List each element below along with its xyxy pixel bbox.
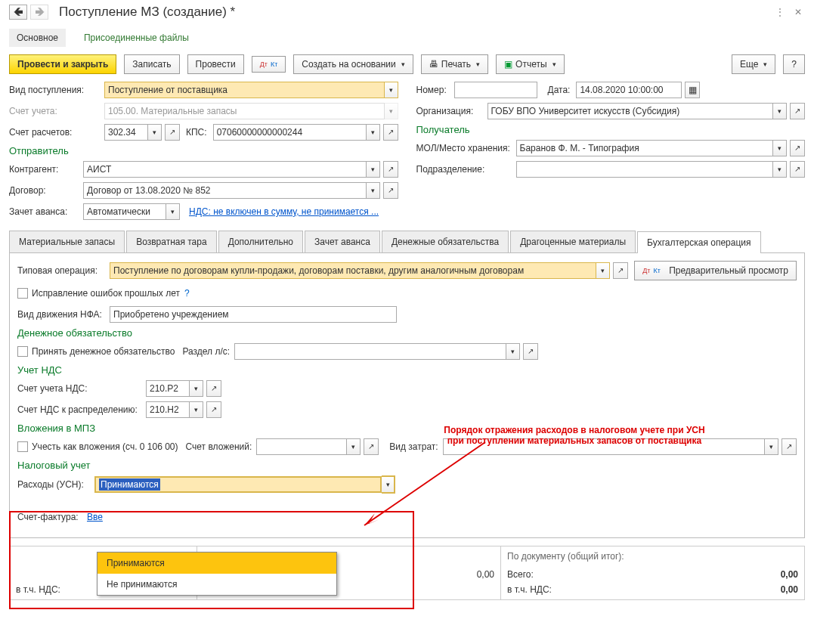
kps-dropdown[interactable]: ▾ [367, 124, 380, 141]
contragent-field[interactable]: АИСТ [83, 161, 367, 178]
reports-button[interactable]: ▣Отчеты [496, 54, 564, 74]
dep-label: Подразделение: [416, 164, 516, 175]
advance-field[interactable]: Автоматически [83, 203, 166, 220]
tab-monoblig[interactable]: Денежные обязательства [382, 231, 509, 252]
preview-button[interactable]: ДтКт Предварительный просмотр [634, 261, 797, 280]
dep-open[interactable]: ↗ [790, 161, 805, 178]
vat-dist-field[interactable]: 210.Н2 [146, 401, 190, 418]
post-close-button[interactable]: Провести и закрыть [9, 54, 116, 74]
accept-checkbox[interactable] [17, 346, 28, 357]
kps-open[interactable]: ↗ [383, 124, 398, 141]
vat-dist-dropdown[interactable]: ▾ [190, 401, 203, 418]
print-button[interactable]: 🖶Печать [421, 54, 488, 74]
contragent-dropdown[interactable]: ▾ [367, 161, 380, 178]
type-dropdown[interactable]: ▾ [385, 82, 398, 98]
mpz-acc-label: Счет вложений: [186, 441, 252, 452]
mol-field[interactable]: Баранов Ф. М. - Типография [516, 140, 774, 156]
mpz-acc-field[interactable] [256, 438, 347, 455]
acc-dropdown: ▾ [385, 103, 398, 119]
exp-field[interactable]: Принимаются [94, 476, 382, 493]
fix-checkbox[interactable] [17, 288, 28, 299]
dd-opt-not-accepted[interactable]: Не принимаются [97, 574, 336, 595]
create-based-button[interactable]: Создать на основании [293, 54, 413, 74]
tot3-total: 0,00 [781, 569, 798, 580]
exp-dropdown-list: Принимаются Не принимаются [97, 552, 337, 596]
tab-extra[interactable]: Дополнительно [218, 231, 303, 252]
help-icon[interactable]: ? [184, 288, 190, 299]
vat-dist-open[interactable]: ↗ [206, 401, 221, 418]
settle-open[interactable]: ↗ [165, 124, 180, 141]
typop-dropdown[interactable]: ▾ [596, 262, 610, 279]
contract-field[interactable]: Договор от 13.08.2020 № 852 [83, 182, 367, 199]
typop-label: Типовая операция: [17, 265, 110, 276]
close-icon[interactable]: ✕ [791, 5, 805, 19]
type-field[interactable]: Поступление от поставщика [104, 82, 385, 98]
printer-icon: 🖶 [429, 59, 438, 70]
kps-label: КПС: [186, 127, 207, 138]
section-field[interactable] [234, 343, 506, 360]
tot-h3: По документу (общий итог): [507, 551, 798, 562]
dd-opt-accepted[interactable]: Принимаются [97, 553, 336, 574]
window-title: Поступление МЗ (создание) * [59, 5, 235, 20]
tab-tara[interactable]: Возвратная тара [126, 231, 217, 252]
tab-advance[interactable]: Зачет аванса [305, 231, 380, 252]
mpz-checkbox[interactable] [17, 441, 28, 452]
mpz-type-open[interactable]: ↗ [782, 438, 797, 455]
typop-field[interactable]: Поступление по договорам купли-продажи, … [110, 262, 596, 279]
advance-dropdown[interactable]: ▾ [166, 203, 180, 220]
settle-dropdown[interactable]: ▾ [148, 124, 162, 141]
section-open[interactable]: ↗ [523, 343, 538, 360]
org-field[interactable]: ГОБУ ВПО Университет искусств (Субсидия) [487, 103, 774, 119]
svg-line-0 [364, 442, 485, 525]
nfa-field[interactable]: Приобретено учреждением [110, 306, 397, 323]
org-open[interactable]: ↗ [790, 103, 805, 119]
post-button[interactable]: Провести [187, 54, 244, 74]
tot3-vat: 0,00 [781, 584, 798, 595]
back-button[interactable]: 🡸 [9, 5, 27, 20]
mpz-type-dropdown[interactable]: ▾ [765, 438, 778, 455]
advance-label: Зачет аванса: [9, 206, 83, 217]
calendar-icon[interactable]: ▦ [685, 82, 700, 98]
mol-dropdown[interactable]: ▾ [773, 140, 787, 156]
kps-field[interactable]: 07060000000000244 [213, 124, 367, 141]
dep-field[interactable] [516, 161, 774, 178]
vat-link[interactable]: НДС: не включен в сумму, не принимается … [189, 206, 379, 217]
settle-field[interactable]: 302.34 [104, 124, 148, 141]
annotation-text: Порядок отражения расходов в налоговом у… [435, 425, 714, 446]
mol-open[interactable]: ↗ [790, 140, 805, 156]
mode-files[interactable]: Присоединенные файлы [76, 29, 197, 47]
menu-icon[interactable]: ⋮ [773, 5, 787, 19]
write-button[interactable]: Записать [124, 54, 179, 74]
vat-acc-open[interactable]: ↗ [206, 380, 221, 397]
typop-open[interactable]: ↗ [613, 262, 628, 279]
mode-main[interactable]: Основное [9, 29, 66, 47]
contragent-open[interactable]: ↗ [383, 161, 398, 178]
forward-button[interactable]: 🡺 [30, 5, 48, 20]
dtkt-button[interactable]: ДтКт [252, 56, 286, 73]
contract-label: Договор: [9, 185, 83, 196]
section-label: Раздел л/с: [182, 346, 230, 357]
contract-dropdown[interactable]: ▾ [367, 182, 380, 199]
vat-acc-field[interactable]: 210.Р2 [146, 380, 190, 397]
vat-section: Учет НДС [17, 364, 797, 376]
num-field[interactable] [454, 82, 537, 98]
section-dropdown[interactable]: ▾ [506, 343, 520, 360]
dep-dropdown[interactable]: ▾ [773, 161, 787, 178]
help-button[interactable]: ? [783, 54, 805, 74]
tab-accounting[interactable]: Бухгалтерская операция [637, 231, 760, 253]
annotation-arrow [349, 435, 500, 540]
vat-acc-dropdown[interactable]: ▾ [190, 380, 203, 397]
contract-open[interactable]: ↗ [383, 182, 398, 199]
contragent-label: Контрагент: [9, 164, 83, 175]
sender-section: Отправитель [9, 145, 398, 156]
more-button[interactable]: Еще [732, 54, 775, 74]
tab-precious[interactable]: Драгоценные материалы [510, 231, 636, 252]
mpz-chk-label: Учесть как вложения (сч. 0 106 00) [32, 441, 178, 452]
exp-label: Расходы (УСН): [17, 479, 94, 490]
vat-dist-label: Счет НДС к распределению: [17, 404, 146, 415]
fix-label: Исправление ошибок прошлых лет [32, 288, 180, 299]
tab-mz[interactable]: Материальные запасы [9, 231, 125, 252]
settle-label: Счет расчетов: [9, 127, 104, 138]
org-dropdown[interactable]: ▾ [773, 103, 787, 119]
date-field[interactable]: 14.08.2020 10:00:00 [576, 82, 682, 98]
